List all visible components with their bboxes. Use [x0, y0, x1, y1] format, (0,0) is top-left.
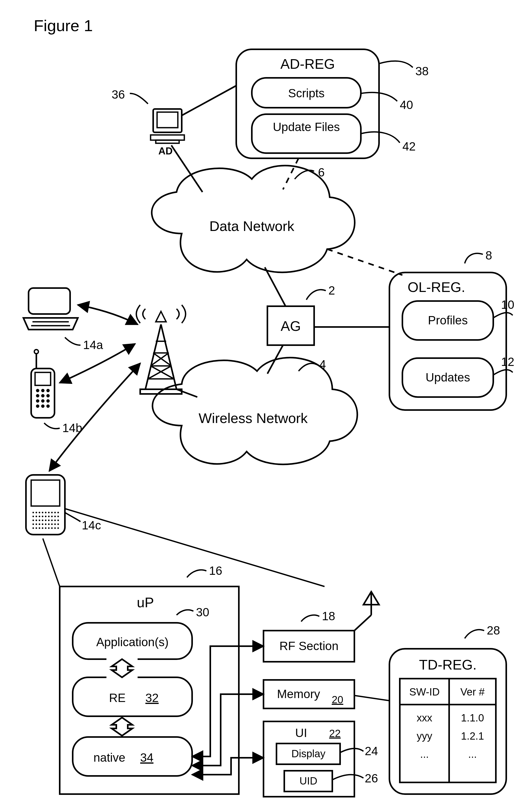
svg-rect-28 — [29, 288, 70, 314]
svg-point-51 — [32, 512, 34, 513]
laptop-icon — [23, 288, 78, 330]
adreg-title: AD-REG — [280, 56, 335, 72]
svg-point-69 — [32, 519, 34, 521]
svg-point-82 — [45, 523, 47, 525]
svg-point-85 — [54, 523, 56, 525]
svg-line-7 — [283, 158, 298, 189]
ui-display-label: Display — [291, 748, 325, 759]
svg-point-67 — [54, 516, 56, 517]
ag-ref: 2 — [329, 283, 335, 297]
svg-rect-48 — [31, 480, 60, 506]
svg-point-70 — [35, 519, 37, 521]
ag-label: AG — [281, 318, 301, 334]
svg-point-40 — [42, 400, 44, 402]
svg-line-13 — [265, 267, 286, 306]
native-label: native — [94, 751, 125, 764]
svg-point-44 — [47, 405, 49, 407]
svg-point-71 — [39, 519, 40, 521]
data-network-ref: 6 — [318, 166, 325, 179]
svg-point-60 — [32, 516, 34, 517]
svg-point-58 — [54, 512, 56, 513]
svg-point-55 — [45, 512, 47, 513]
svg-point-37 — [42, 395, 44, 397]
tdreg-r0-ver: 1.1.0 — [461, 712, 484, 724]
adreg-update-ref: 42 — [402, 140, 416, 153]
data-network-cloud: Data Network — [152, 166, 355, 272]
laptop-ref: 14a — [83, 338, 103, 352]
ad-label: AD — [158, 145, 173, 157]
svg-point-54 — [42, 512, 43, 513]
wireless-ref: 4 — [319, 358, 326, 371]
svg-point-86 — [57, 523, 59, 525]
tdreg-r2-ver: ... — [468, 749, 477, 760]
re-pill — [73, 677, 192, 716]
svg-line-96 — [43, 539, 60, 587]
svg-line-103 — [354, 615, 371, 631]
svg-point-76 — [54, 519, 56, 521]
svg-line-22 — [148, 366, 171, 379]
double-arrow-re-native — [112, 718, 132, 736]
svg-line-6 — [171, 145, 203, 192]
olreg-updates-ref: 12 — [501, 355, 514, 369]
svg-point-59 — [57, 512, 59, 513]
ui-uid-label: UID — [300, 775, 317, 787]
tdreg-col1: SW-ID — [409, 686, 440, 698]
svg-line-23 — [151, 366, 174, 379]
svg-point-93 — [51, 527, 53, 529]
svg-point-53 — [39, 512, 40, 513]
svg-point-61 — [35, 516, 37, 517]
svg-point-41 — [47, 400, 49, 402]
svg-point-33 — [36, 389, 39, 391]
adreg-updatefiles-label1: Update Files — [273, 120, 340, 134]
svg-point-90 — [42, 527, 43, 529]
svg-point-46 — [34, 350, 38, 354]
tdreg-r0-sw: xxx — [417, 712, 432, 724]
wireless-cloud: Wireless Network — [152, 358, 357, 464]
svg-rect-3 — [151, 135, 184, 140]
olreg-ref: 8 — [486, 249, 492, 262]
svg-point-75 — [51, 519, 53, 521]
olreg-profiles-label: Profiles — [428, 314, 468, 327]
svg-rect-2 — [157, 112, 178, 128]
memory-label: Memory — [277, 687, 320, 701]
svg-point-79 — [35, 523, 37, 525]
native-pill — [73, 737, 192, 776]
tdreg-ref: 28 — [487, 624, 500, 637]
svg-point-36 — [36, 395, 39, 397]
svg-point-62 — [39, 516, 40, 517]
svg-point-39 — [36, 400, 39, 402]
ad-computer-icon — [151, 109, 184, 143]
svg-point-52 — [35, 512, 37, 513]
olreg-title: OL-REG. — [408, 279, 465, 295]
svg-point-83 — [48, 523, 50, 525]
olreg-updates-label: Updates — [425, 371, 470, 384]
svg-point-38 — [47, 395, 49, 397]
svg-point-34 — [42, 389, 44, 391]
svg-point-92 — [48, 527, 50, 529]
tdreg-r2-sw: ... — [420, 749, 428, 760]
tdreg-title: TD-REG. — [419, 657, 477, 672]
svg-point-65 — [48, 516, 50, 517]
svg-point-42 — [36, 405, 39, 407]
ad-ref: 36 — [112, 88, 125, 101]
svg-point-72 — [42, 519, 43, 521]
wireless-label: Wireless Network — [199, 410, 308, 426]
up-title: uP — [137, 595, 154, 610]
olreg-profiles-ref: 10 — [501, 298, 514, 312]
svg-line-106 — [354, 696, 389, 701]
svg-point-74 — [48, 519, 50, 521]
adreg-box: AD-REG Scripts Update Files — [236, 49, 379, 158]
svg-point-95 — [57, 527, 59, 529]
ui-display-ref: 24 — [365, 744, 378, 758]
adreg-scripts-ref: 40 — [400, 98, 413, 112]
applications-ref: 30 — [196, 605, 209, 619]
rf-ref: 18 — [322, 609, 335, 623]
svg-rect-32 — [35, 372, 51, 385]
svg-point-63 — [42, 516, 43, 517]
svg-point-68 — [57, 516, 59, 517]
svg-point-56 — [48, 512, 50, 513]
figure-label: Figure 1 — [34, 17, 93, 34]
tdreg-box: TD-REG. SW-ID Ver # xxx 1.1.0 yyy 1.2.1 … — [389, 649, 506, 794]
svg-rect-4 — [156, 140, 179, 143]
svg-line-8 — [327, 249, 402, 275]
